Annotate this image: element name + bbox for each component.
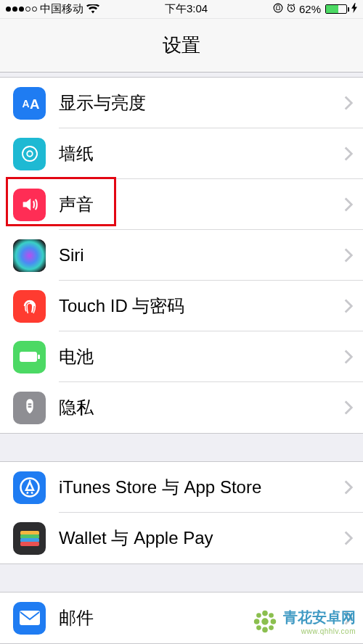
wallet-icon xyxy=(13,522,46,555)
chevron-right-icon xyxy=(344,197,353,212)
orientation-lock-icon xyxy=(273,3,283,15)
status-left: 中国移动 xyxy=(6,2,99,16)
row-battery[interactable]: 电池 xyxy=(0,331,363,382)
nav-bar: 设置 xyxy=(0,19,363,73)
svg-point-16 xyxy=(262,611,268,616)
chevron-right-icon xyxy=(344,96,353,110)
svg-point-20 xyxy=(256,613,261,618)
battery-icon xyxy=(325,4,347,14)
signal-icon xyxy=(6,7,37,12)
svg-point-21 xyxy=(269,613,274,618)
svg-text:A: A xyxy=(22,98,29,110)
display-icon: AA xyxy=(13,87,46,120)
chevron-right-icon xyxy=(344,480,353,495)
row-sounds[interactable]: 声音 xyxy=(0,179,363,230)
status-right: 62% xyxy=(273,3,357,15)
svg-text:A: A xyxy=(30,96,39,112)
row-label: 墙纸 xyxy=(59,142,344,165)
charging-icon xyxy=(351,3,357,15)
wallpaper-icon xyxy=(13,138,46,170)
svg-rect-14 xyxy=(20,611,40,625)
svg-point-19 xyxy=(271,619,277,624)
battery-icon xyxy=(13,341,46,373)
mail-icon xyxy=(13,602,46,635)
chevron-right-icon xyxy=(344,248,353,263)
watermark-logo-icon xyxy=(251,608,279,635)
row-label: 显示与亮度 xyxy=(59,91,344,115)
chevron-right-icon xyxy=(344,531,353,545)
sound-icon xyxy=(13,189,46,221)
chevron-right-icon xyxy=(344,299,353,313)
wifi-icon xyxy=(86,4,99,14)
watermark-url: www.qhhlv.com xyxy=(283,627,356,635)
row-itunes-appstore[interactable]: iTunes Store 与 App Store xyxy=(0,462,363,513)
battery-pct: 62% xyxy=(299,3,321,15)
row-label: 电池 xyxy=(59,345,344,368)
watermark: 青花安卓网 www.qhhlv.com xyxy=(251,608,356,635)
status-bar: 中国移动 下午3:04 62% xyxy=(0,0,363,19)
page-title: 设置 xyxy=(163,33,200,58)
settings-group-general: AA 显示与亮度 墙纸 声音 Siri xyxy=(0,77,363,434)
chevron-right-icon xyxy=(344,400,353,415)
carrier-label: 中国移动 xyxy=(40,2,83,16)
svg-point-18 xyxy=(254,619,260,624)
svg-point-23 xyxy=(269,625,274,630)
svg-point-5 xyxy=(27,151,33,157)
touchid-icon xyxy=(13,290,46,323)
svg-rect-13 xyxy=(20,542,39,546)
svg-point-22 xyxy=(256,625,261,630)
siri-icon xyxy=(13,239,46,272)
chevron-right-icon xyxy=(344,350,353,364)
row-wallet-applepay[interactable]: Wallet 与 Apple Pay xyxy=(0,513,363,564)
chevron-right-icon xyxy=(344,146,353,161)
row-label: 声音 xyxy=(59,193,344,216)
row-privacy[interactable]: 隐私 xyxy=(0,382,363,433)
row-label: Touch ID 与密码 xyxy=(59,294,344,318)
settings-group-store: iTunes Store 与 App Store Wallet 与 Apple … xyxy=(0,461,363,564)
alarm-icon xyxy=(286,3,296,15)
row-label: 隐私 xyxy=(59,396,344,419)
row-wallpaper[interactable]: 墙纸 xyxy=(0,128,363,179)
svg-rect-7 xyxy=(20,352,37,362)
status-time: 下午3:04 xyxy=(165,2,208,16)
row-label: Siri xyxy=(59,245,344,265)
svg-rect-6 xyxy=(13,239,46,272)
row-display-brightness[interactable]: AA 显示与亮度 xyxy=(0,78,363,128)
svg-point-15 xyxy=(261,618,269,625)
watermark-brand: 青花安卓网 xyxy=(283,609,356,625)
row-touchid-passcode[interactable]: Touch ID 与密码 xyxy=(0,281,363,331)
svg-point-17 xyxy=(262,627,268,633)
svg-rect-8 xyxy=(38,355,40,359)
row-label: Wallet 与 Apple Pay xyxy=(59,527,344,550)
appstore-icon xyxy=(13,471,46,504)
privacy-icon xyxy=(13,392,46,424)
row-label: iTunes Store 与 App Store xyxy=(59,476,344,499)
row-siri[interactable]: Siri xyxy=(0,230,363,281)
